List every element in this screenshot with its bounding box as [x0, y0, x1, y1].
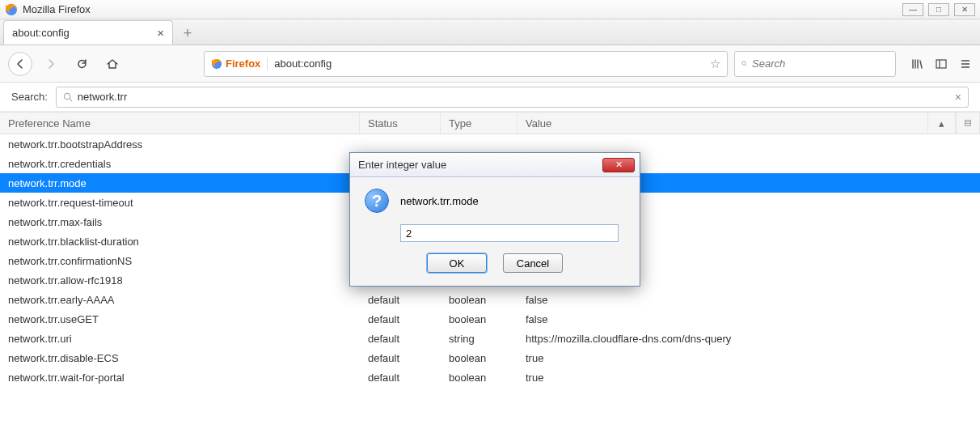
- question-icon: ?: [365, 189, 389, 213]
- forward-button[interactable]: [39, 52, 63, 76]
- svg-rect-4: [936, 60, 946, 68]
- sort-indicator-icon[interactable]: ▴: [928, 113, 956, 134]
- tab-about-config[interactable]: about:config ×: [3, 20, 173, 45]
- dialog-title: Enter integer value: [358, 159, 602, 171]
- pref-value: true: [517, 352, 980, 364]
- dialog-body: ? network.trr.mode OK Cancel: [350, 177, 640, 286]
- firefox-logo-icon: [5, 3, 18, 16]
- dialog-value-input[interactable]: [400, 224, 619, 242]
- svg-point-2: [742, 62, 746, 65]
- pref-row[interactable]: network.trr.uridefaultstringhttps://mozi…: [0, 329, 980, 348]
- tab-close-icon[interactable]: ×: [157, 26, 164, 40]
- clear-search-icon[interactable]: ×: [955, 91, 961, 104]
- config-search-input[interactable]: [78, 91, 950, 103]
- pref-value: false: [517, 313, 980, 325]
- column-picker-icon[interactable]: [956, 113, 980, 134]
- identity-box[interactable]: Firefox: [211, 57, 268, 70]
- search-icon: [63, 92, 73, 102]
- toolbar-right: [910, 57, 972, 70]
- svg-line-10: [70, 99, 72, 101]
- pref-row[interactable]: network.trr.bootstrapAddress: [0, 134, 980, 154]
- url-bar[interactable]: Firefox ☆: [204, 51, 728, 77]
- pref-value: https://mozilla.cloudflare-dns.com/dns-q…: [517, 333, 980, 345]
- pref-type: string: [441, 333, 517, 345]
- brand-label: Firefox: [226, 57, 260, 70]
- minimize-button[interactable]: —: [902, 3, 923, 16]
- maximize-button[interactable]: □: [928, 3, 949, 16]
- bookmark-star-icon[interactable]: ☆: [710, 57, 720, 71]
- col-type[interactable]: Type: [441, 113, 517, 134]
- home-button[interactable]: [100, 52, 125, 76]
- svg-line-3: [746, 65, 747, 66]
- pref-status: default: [360, 313, 441, 325]
- pref-name: network.trr.wait-for-portal: [0, 372, 360, 384]
- pref-type: boolean: [441, 372, 517, 384]
- dialog-pref-name: network.trr.mode: [400, 195, 479, 207]
- dialog-titlebar[interactable]: Enter integer value ✕: [350, 153, 640, 177]
- pref-status: default: [360, 333, 441, 345]
- pref-value: false: [517, 294, 980, 306]
- pref-name: network.trr.uri: [0, 333, 360, 345]
- pref-name: network.trr.blacklist-duration: [0, 236, 360, 248]
- window-title: Mozilla Firefox: [23, 3, 902, 15]
- pref-name: network.trr.allow-rfc1918: [0, 274, 360, 287]
- close-window-button[interactable]: ✕: [954, 3, 975, 16]
- pref-name: network.trr.request-timeout: [0, 197, 360, 209]
- dialog-close-button[interactable]: ✕: [602, 158, 635, 172]
- config-search-label: Search:: [11, 91, 48, 103]
- pref-name: network.trr.credentials: [0, 158, 360, 170]
- pref-name: network.trr.useGET: [0, 313, 360, 325]
- pref-name: network.trr.max-fails: [0, 216, 360, 228]
- reload-button[interactable]: [70, 52, 94, 76]
- pref-status: default: [360, 372, 441, 384]
- library-icon[interactable]: [910, 57, 923, 70]
- pref-name: network.trr.early-AAAA: [0, 294, 360, 306]
- pref-type: boolean: [441, 294, 517, 306]
- pref-row[interactable]: network.trr.disable-ECSdefaultbooleantru…: [0, 348, 980, 367]
- search-bar[interactable]: [734, 51, 896, 77]
- pref-type: boolean: [441, 352, 517, 364]
- svg-point-9: [64, 93, 70, 99]
- config-search-row: Search: ×: [0, 83, 980, 112]
- pref-type: boolean: [441, 313, 517, 325]
- col-value[interactable]: Value: [517, 113, 928, 134]
- column-headers: Preference Name Status Type Value ▴: [0, 112, 980, 134]
- pref-status: default: [360, 294, 441, 306]
- pref-row[interactable]: network.trr.useGETdefaultbooleanfalse: [0, 309, 980, 329]
- new-tab-button[interactable]: +: [176, 22, 199, 45]
- window-titlebar: Mozilla Firefox — □ ✕: [0, 0, 980, 19]
- pref-status: default: [360, 352, 441, 364]
- sidebar-icon[interactable]: [935, 57, 948, 70]
- nav-toolbar: Firefox ☆: [0, 45, 980, 83]
- window-controls: — □ ✕: [902, 3, 975, 16]
- pref-name: network.trr.confirmationNS: [0, 255, 360, 267]
- search-input[interactable]: [752, 57, 889, 70]
- col-status[interactable]: Status: [360, 113, 441, 134]
- pref-name: network.trr.disable-ECS: [0, 352, 360, 364]
- svg-rect-11: [965, 121, 971, 126]
- menu-icon[interactable]: [959, 57, 972, 70]
- config-search-box[interactable]: ×: [56, 87, 969, 108]
- tab-strip: about:config × +: [0, 19, 980, 45]
- search-icon: [741, 58, 747, 69]
- url-input[interactable]: [274, 57, 703, 70]
- pref-name: network.trr.mode: [0, 177, 360, 189]
- pref-value: true: [517, 372, 980, 384]
- tab-title: about:config: [12, 27, 150, 39]
- col-pref-name[interactable]: Preference Name: [0, 113, 360, 134]
- pref-row[interactable]: network.trr.wait-for-portaldefaultboolea…: [0, 367, 980, 387]
- back-button[interactable]: [8, 52, 32, 76]
- pref-row[interactable]: network.trr.early-AAAAdefaultbooleanfals…: [0, 290, 980, 309]
- ok-button[interactable]: OK: [427, 253, 487, 273]
- pref-name: network.trr.bootstrapAddress: [0, 138, 360, 151]
- integer-prompt-dialog: Enter integer value ✕ ? network.trr.mode…: [349, 152, 640, 287]
- cancel-button[interactable]: Cancel: [503, 253, 563, 273]
